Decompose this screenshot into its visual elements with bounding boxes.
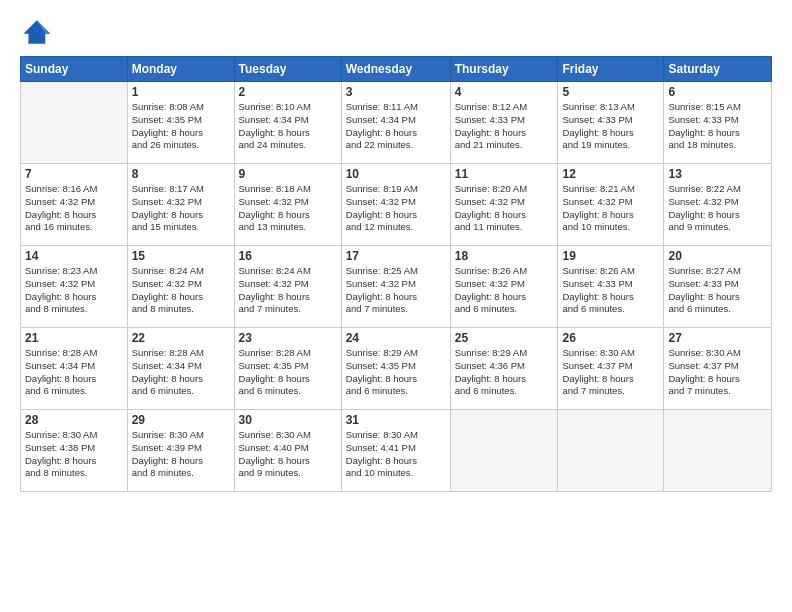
day-number: 13 (668, 167, 767, 181)
day-number: 15 (132, 249, 230, 263)
week-row-3: 14Sunrise: 8:23 AM Sunset: 4:32 PM Dayli… (21, 246, 772, 328)
cell-info: Sunrise: 8:30 AM Sunset: 4:37 PM Dayligh… (562, 347, 659, 398)
calendar-cell: 24Sunrise: 8:29 AM Sunset: 4:35 PM Dayli… (341, 328, 450, 410)
day-number: 20 (668, 249, 767, 263)
weekday-header-thursday: Thursday (450, 57, 558, 82)
calendar-cell: 19Sunrise: 8:26 AM Sunset: 4:33 PM Dayli… (558, 246, 664, 328)
cell-info: Sunrise: 8:30 AM Sunset: 4:40 PM Dayligh… (239, 429, 337, 480)
calendar-cell (450, 410, 558, 492)
day-number: 5 (562, 85, 659, 99)
calendar-cell: 25Sunrise: 8:29 AM Sunset: 4:36 PM Dayli… (450, 328, 558, 410)
logo (20, 18, 56, 46)
cell-info: Sunrise: 8:24 AM Sunset: 4:32 PM Dayligh… (239, 265, 337, 316)
calendar-cell: 15Sunrise: 8:24 AM Sunset: 4:32 PM Dayli… (127, 246, 234, 328)
cell-info: Sunrise: 8:30 AM Sunset: 4:39 PM Dayligh… (132, 429, 230, 480)
day-number: 30 (239, 413, 337, 427)
cell-info: Sunrise: 8:13 AM Sunset: 4:33 PM Dayligh… (562, 101, 659, 152)
calendar-cell: 13Sunrise: 8:22 AM Sunset: 4:32 PM Dayli… (664, 164, 772, 246)
cell-info: Sunrise: 8:27 AM Sunset: 4:33 PM Dayligh… (668, 265, 767, 316)
day-number: 18 (455, 249, 554, 263)
day-number: 9 (239, 167, 337, 181)
cell-info: Sunrise: 8:16 AM Sunset: 4:32 PM Dayligh… (25, 183, 123, 234)
day-number: 4 (455, 85, 554, 99)
calendar-cell: 22Sunrise: 8:28 AM Sunset: 4:34 PM Dayli… (127, 328, 234, 410)
calendar-cell: 11Sunrise: 8:20 AM Sunset: 4:32 PM Dayli… (450, 164, 558, 246)
cell-info: Sunrise: 8:28 AM Sunset: 4:34 PM Dayligh… (132, 347, 230, 398)
calendar-cell: 3Sunrise: 8:11 AM Sunset: 4:34 PM Daylig… (341, 82, 450, 164)
cell-info: Sunrise: 8:29 AM Sunset: 4:35 PM Dayligh… (346, 347, 446, 398)
cell-info: Sunrise: 8:23 AM Sunset: 4:32 PM Dayligh… (25, 265, 123, 316)
day-number: 8 (132, 167, 230, 181)
cell-info: Sunrise: 8:21 AM Sunset: 4:32 PM Dayligh… (562, 183, 659, 234)
week-row-1: 1Sunrise: 8:08 AM Sunset: 4:35 PM Daylig… (21, 82, 772, 164)
cell-info: Sunrise: 8:30 AM Sunset: 4:38 PM Dayligh… (25, 429, 123, 480)
cell-info: Sunrise: 8:26 AM Sunset: 4:32 PM Dayligh… (455, 265, 554, 316)
calendar-cell: 29Sunrise: 8:30 AM Sunset: 4:39 PM Dayli… (127, 410, 234, 492)
day-number: 26 (562, 331, 659, 345)
weekday-header-saturday: Saturday (664, 57, 772, 82)
day-number: 12 (562, 167, 659, 181)
calendar-cell: 4Sunrise: 8:12 AM Sunset: 4:33 PM Daylig… (450, 82, 558, 164)
calendar-cell: 14Sunrise: 8:23 AM Sunset: 4:32 PM Dayli… (21, 246, 128, 328)
calendar-cell: 1Sunrise: 8:08 AM Sunset: 4:35 PM Daylig… (127, 82, 234, 164)
calendar-cell: 6Sunrise: 8:15 AM Sunset: 4:33 PM Daylig… (664, 82, 772, 164)
weekday-header-friday: Friday (558, 57, 664, 82)
calendar-cell: 10Sunrise: 8:19 AM Sunset: 4:32 PM Dayli… (341, 164, 450, 246)
cell-info: Sunrise: 8:28 AM Sunset: 4:35 PM Dayligh… (239, 347, 337, 398)
calendar-cell: 8Sunrise: 8:17 AM Sunset: 4:32 PM Daylig… (127, 164, 234, 246)
day-number: 23 (239, 331, 337, 345)
logo-icon (20, 18, 52, 46)
day-number: 7 (25, 167, 123, 181)
calendar-cell: 16Sunrise: 8:24 AM Sunset: 4:32 PM Dayli… (234, 246, 341, 328)
day-number: 10 (346, 167, 446, 181)
weekday-header-row: SundayMondayTuesdayWednesdayThursdayFrid… (21, 57, 772, 82)
day-number: 19 (562, 249, 659, 263)
calendar-cell: 31Sunrise: 8:30 AM Sunset: 4:41 PM Dayli… (341, 410, 450, 492)
calendar-cell: 18Sunrise: 8:26 AM Sunset: 4:32 PM Dayli… (450, 246, 558, 328)
day-number: 31 (346, 413, 446, 427)
cell-info: Sunrise: 8:24 AM Sunset: 4:32 PM Dayligh… (132, 265, 230, 316)
cell-info: Sunrise: 8:28 AM Sunset: 4:34 PM Dayligh… (25, 347, 123, 398)
cell-info: Sunrise: 8:08 AM Sunset: 4:35 PM Dayligh… (132, 101, 230, 152)
day-number: 22 (132, 331, 230, 345)
calendar-cell: 27Sunrise: 8:30 AM Sunset: 4:37 PM Dayli… (664, 328, 772, 410)
day-number: 29 (132, 413, 230, 427)
calendar-cell: 7Sunrise: 8:16 AM Sunset: 4:32 PM Daylig… (21, 164, 128, 246)
weekday-header-monday: Monday (127, 57, 234, 82)
calendar-cell (21, 82, 128, 164)
cell-info: Sunrise: 8:22 AM Sunset: 4:32 PM Dayligh… (668, 183, 767, 234)
calendar-cell (664, 410, 772, 492)
cell-info: Sunrise: 8:29 AM Sunset: 4:36 PM Dayligh… (455, 347, 554, 398)
weekday-header-tuesday: Tuesday (234, 57, 341, 82)
calendar-cell: 20Sunrise: 8:27 AM Sunset: 4:33 PM Dayli… (664, 246, 772, 328)
day-number: 2 (239, 85, 337, 99)
cell-info: Sunrise: 8:19 AM Sunset: 4:32 PM Dayligh… (346, 183, 446, 234)
cell-info: Sunrise: 8:18 AM Sunset: 4:32 PM Dayligh… (239, 183, 337, 234)
calendar-cell: 2Sunrise: 8:10 AM Sunset: 4:34 PM Daylig… (234, 82, 341, 164)
day-number: 1 (132, 85, 230, 99)
cell-info: Sunrise: 8:12 AM Sunset: 4:33 PM Dayligh… (455, 101, 554, 152)
calendar-cell: 21Sunrise: 8:28 AM Sunset: 4:34 PM Dayli… (21, 328, 128, 410)
day-number: 21 (25, 331, 123, 345)
cell-info: Sunrise: 8:30 AM Sunset: 4:37 PM Dayligh… (668, 347, 767, 398)
week-row-5: 28Sunrise: 8:30 AM Sunset: 4:38 PM Dayli… (21, 410, 772, 492)
calendar-cell: 5Sunrise: 8:13 AM Sunset: 4:33 PM Daylig… (558, 82, 664, 164)
calendar-cell: 17Sunrise: 8:25 AM Sunset: 4:32 PM Dayli… (341, 246, 450, 328)
cell-info: Sunrise: 8:25 AM Sunset: 4:32 PM Dayligh… (346, 265, 446, 316)
page: SundayMondayTuesdayWednesdayThursdayFrid… (0, 0, 792, 612)
day-number: 28 (25, 413, 123, 427)
week-row-2: 7Sunrise: 8:16 AM Sunset: 4:32 PM Daylig… (21, 164, 772, 246)
weekday-header-sunday: Sunday (21, 57, 128, 82)
day-number: 6 (668, 85, 767, 99)
cell-info: Sunrise: 8:11 AM Sunset: 4:34 PM Dayligh… (346, 101, 446, 152)
cell-info: Sunrise: 8:30 AM Sunset: 4:41 PM Dayligh… (346, 429, 446, 480)
day-number: 16 (239, 249, 337, 263)
cell-info: Sunrise: 8:20 AM Sunset: 4:32 PM Dayligh… (455, 183, 554, 234)
calendar-cell: 28Sunrise: 8:30 AM Sunset: 4:38 PM Dayli… (21, 410, 128, 492)
header (20, 18, 772, 46)
calendar-cell: 23Sunrise: 8:28 AM Sunset: 4:35 PM Dayli… (234, 328, 341, 410)
calendar-cell: 9Sunrise: 8:18 AM Sunset: 4:32 PM Daylig… (234, 164, 341, 246)
cell-info: Sunrise: 8:10 AM Sunset: 4:34 PM Dayligh… (239, 101, 337, 152)
weekday-header-wednesday: Wednesday (341, 57, 450, 82)
day-number: 27 (668, 331, 767, 345)
